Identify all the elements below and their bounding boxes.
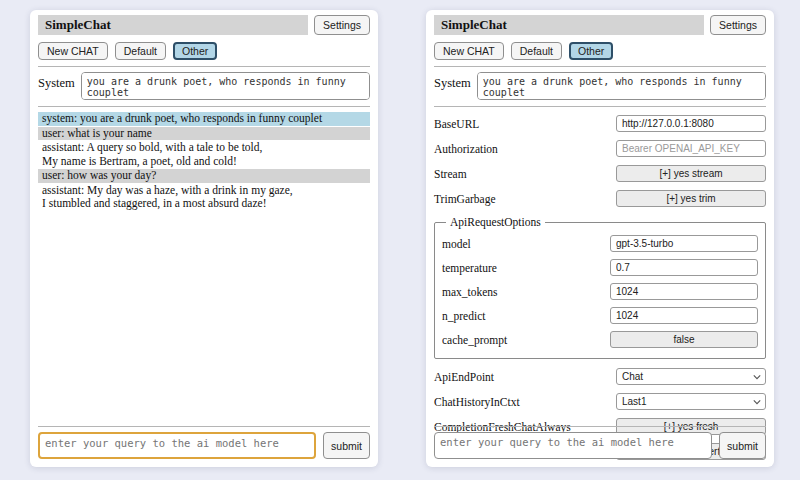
setting-row-n-predict: n_predict [442, 307, 758, 324]
system-label: System [434, 72, 471, 91]
query-textarea[interactable] [434, 432, 712, 459]
setting-label: BaseURL [434, 118, 479, 130]
system-prompt-textarea[interactable]: you are a drunk poet, who responds in fu… [477, 72, 766, 100]
submit-button[interactable]: submit [323, 432, 370, 459]
chat-log: system: you are a drunk poet, who respon… [38, 112, 370, 211]
system-prompt-textarea[interactable]: you are a drunk poet, who responds in fu… [81, 72, 370, 100]
submit-button[interactable]: submit [719, 432, 766, 459]
system-label: System [38, 72, 75, 91]
session-button-default[interactable]: Default [511, 42, 562, 60]
setting-row-model: model [442, 235, 758, 252]
setting-row-temperature: temperature [442, 259, 758, 276]
session-button-other[interactable]: Other [569, 42, 613, 60]
authorization-input[interactable] [616, 140, 766, 157]
divider [434, 426, 766, 427]
n-predict-input[interactable] [610, 307, 758, 324]
temperature-input[interactable] [610, 259, 758, 276]
query-bar: submit [434, 420, 766, 459]
divider [38, 106, 370, 107]
session-buttons: New CHAT Default Other [38, 42, 370, 60]
chat-message-assistant: assistant: A query so bold, with a tale … [38, 141, 370, 168]
base-url-input[interactable] [616, 115, 766, 132]
chat-panel: SimpleChat Settings New CHAT Default Oth… [30, 10, 378, 467]
setting-label: ApiEndPoint [434, 371, 494, 383]
fieldset-legend: ApiRequestOptions [446, 216, 545, 228]
app-title: SimpleChat [38, 15, 308, 35]
chat-message-assistant: assistant: My day was a haze, with a dri… [38, 184, 370, 211]
new-chat-button[interactable]: New CHAT [434, 42, 504, 60]
setting-label: cache_prompt [442, 334, 507, 346]
session-button-default[interactable]: Default [115, 42, 166, 60]
chevron-down-icon [753, 398, 761, 406]
setting-row-chat-history: ChatHistoryInCtxt Last1 [434, 393, 766, 410]
setting-row-api-endpoint: ApiEndPoint Chat [434, 368, 766, 385]
app-titlebar: SimpleChat Settings [38, 15, 370, 35]
max-tokens-input[interactable] [610, 283, 758, 300]
setting-label: Stream [434, 168, 467, 180]
divider [434, 66, 766, 67]
cache-prompt-toggle-button[interactable]: false [610, 331, 758, 348]
settings-panel: SimpleChat Settings New CHAT Default Oth… [426, 10, 774, 467]
api-endpoint-value: Chat [622, 371, 643, 382]
setting-row-authorization: Authorization [434, 140, 766, 157]
divider [38, 66, 370, 67]
setting-label: n_predict [442, 310, 485, 322]
divider [434, 106, 766, 107]
setting-row-max-tokens: max_tokens [442, 283, 758, 300]
api-endpoint-select[interactable]: Chat [616, 368, 766, 385]
settings-button[interactable]: Settings [314, 15, 370, 35]
setting-label: max_tokens [442, 286, 498, 298]
query-textarea[interactable] [38, 432, 316, 459]
api-request-options-fieldset: ApiRequestOptions model temperature max_… [434, 216, 766, 359]
chat-history-value: Last1 [622, 396, 646, 407]
setting-label: temperature [442, 262, 497, 274]
setting-row-baseurl: BaseURL [434, 115, 766, 132]
setting-label: Authorization [434, 143, 498, 155]
system-prompt-row: System you are a drunk poet, who respond… [38, 72, 370, 100]
query-bar: submit [38, 420, 370, 459]
app-title: SimpleChat [434, 15, 704, 35]
chat-message-system: system: you are a drunk poet, who respon… [38, 112, 370, 126]
settings-button[interactable]: Settings [710, 15, 766, 35]
chat-message-user: user: how was your day? [38, 169, 370, 183]
setting-row-trimgarbage: TrimGarbage [+] yes trim [434, 190, 766, 207]
session-button-other[interactable]: Other [173, 42, 217, 60]
chat-history-select[interactable]: Last1 [616, 393, 766, 410]
setting-row-cache-prompt: cache_prompt false [442, 331, 758, 348]
system-prompt-row: System you are a drunk poet, who respond… [434, 72, 766, 100]
setting-label: ChatHistoryInCtxt [434, 396, 520, 408]
session-buttons: New CHAT Default Other [434, 42, 766, 60]
setting-row-stream: Stream [+] yes stream [434, 165, 766, 182]
setting-label: TrimGarbage [434, 193, 496, 205]
divider [38, 426, 370, 427]
model-input[interactable] [610, 235, 758, 252]
stream-toggle-button[interactable]: [+] yes stream [616, 165, 766, 182]
chat-message-user: user: what is your name [38, 127, 370, 141]
setting-label: model [442, 238, 471, 250]
new-chat-button[interactable]: New CHAT [38, 42, 108, 60]
chevron-down-icon [753, 373, 761, 381]
trim-garbage-toggle-button[interactable]: [+] yes trim [616, 190, 766, 207]
app-titlebar: SimpleChat Settings [434, 15, 766, 35]
